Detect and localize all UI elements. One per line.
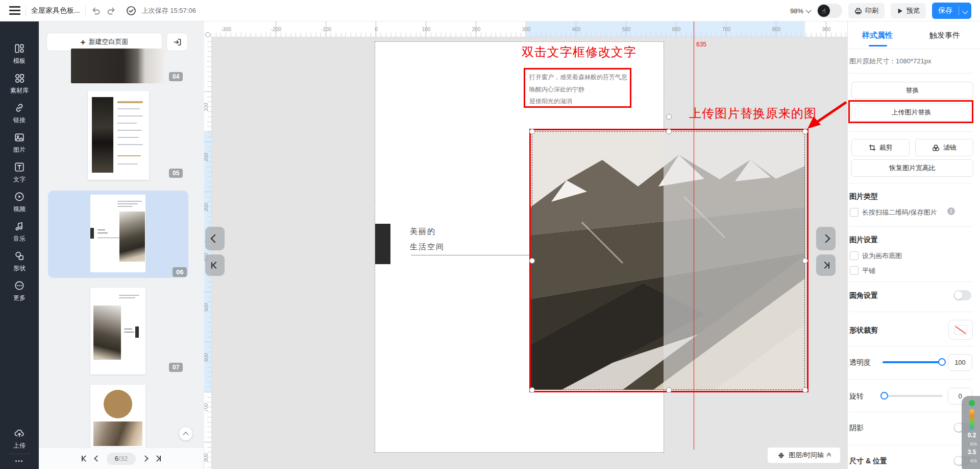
layers-timeline-button[interactable]: 图层/时间轴: [767, 447, 841, 463]
opacity-slider[interactable]: [883, 361, 943, 363]
resize-handle-sw[interactable]: [529, 387, 535, 393]
hand-tool-toggle[interactable]: ☝: [817, 4, 842, 18]
save-dropdown-caret[interactable]: [959, 6, 971, 15]
sidebar-item-video[interactable]: 视频: [0, 191, 39, 214]
page-thumbnail-07[interactable]: [90, 288, 145, 374]
sidebar-item-music[interactable]: 音乐: [0, 221, 39, 243]
shape-crop-none-button[interactable]: [948, 320, 973, 340]
redo-icon[interactable]: [106, 6, 116, 16]
tab-trigger-events[interactable]: 触发事件: [929, 31, 960, 40]
rotate-slider[interactable]: [883, 395, 943, 397]
resize-handle-se[interactable]: [802, 387, 808, 393]
guide-line-label: 635: [696, 41, 706, 48]
autosave-status: 上次保存 15:57:06: [142, 6, 196, 15]
thumb-line: [117, 144, 143, 145]
page-thumbnail-04[interactable]: [71, 49, 166, 83]
sidebar-item-images[interactable]: 图片: [0, 132, 39, 154]
preview-label: 预览: [906, 6, 920, 15]
rotate-slider-knob[interactable]: [880, 392, 888, 400]
page-black-bar[interactable]: [375, 224, 390, 264]
opacity-value[interactable]: 100: [948, 354, 972, 371]
last-page-button[interactable]: [155, 456, 161, 461]
sidebar-item-templates[interactable]: 模板: [0, 43, 39, 65]
textbox-line: 唤醒内心深处的宁静: [529, 85, 584, 94]
prev-slide-button[interactable]: [205, 227, 225, 250]
opacity-title: 透明度: [849, 358, 871, 367]
upload-cloud-icon: [14, 428, 25, 439]
filter-button[interactable]: 滤镜: [915, 139, 973, 156]
first-slide-button[interactable]: [205, 254, 225, 276]
thumb-line: [117, 137, 139, 138]
gradient-meter: [969, 409, 974, 430]
opacity-slider-knob[interactable]: [938, 358, 946, 366]
resize-handle-nw[interactable]: [529, 129, 535, 134]
thumb-line: [117, 163, 138, 165]
first-page-button[interactable]: [82, 456, 88, 461]
guide-line[interactable]: [694, 21, 694, 450]
network-monitor-overlay[interactable]: 0.2 ↑ K/s 3.5 ↓ K/s: [962, 396, 980, 469]
prev-page-button[interactable]: [95, 456, 100, 461]
last-slide-button[interactable]: [816, 254, 836, 276]
tab-style-props[interactable]: 样式属性: [862, 31, 893, 40]
thumb-circle: [104, 390, 132, 418]
preview-button[interactable]: 预览: [891, 3, 926, 18]
menu-icon[interactable]: [9, 6, 20, 15]
restore-aspect-button[interactable]: 恢复图片宽高比: [851, 159, 973, 177]
tile-checkbox[interactable]: [850, 266, 859, 275]
import-page-button[interactable]: [166, 33, 188, 51]
resize-handle-e[interactable]: [802, 258, 808, 264]
highlighted-textbox[interactable]: 打开窗户，感受着森林般的芬芳气息 唤醒内心深处的宁静 迎接阳光的滋润: [524, 68, 631, 108]
ruler-origin-icon[interactable]: [205, 32, 210, 37]
rotate-handle[interactable]: [666, 114, 672, 120]
layers-icon: [777, 452, 785, 459]
replace-button[interactable]: 替换: [851, 82, 973, 99]
scroll-top-button[interactable]: [179, 427, 192, 440]
tile-label: 平铺: [862, 266, 875, 275]
canvas-area[interactable]: -300 -200 -100 0 100 200 300 400 500 600…: [204, 21, 847, 469]
sidebar-item-links[interactable]: 链接: [0, 102, 39, 125]
resize-handle-n[interactable]: [666, 129, 672, 134]
sidebar-item-label: 链接: [13, 116, 26, 125]
undo-icon[interactable]: [91, 6, 101, 16]
page-thumbnail-06-selected[interactable]: 06: [48, 191, 188, 278]
print-button[interactable]: 印刷: [848, 3, 885, 18]
upload-replace-label: 上传图片替换: [892, 108, 932, 117]
next-slide-button[interactable]: [816, 227, 836, 250]
thumb-line: [124, 329, 132, 330]
resize-handle-s[interactable]: [666, 387, 672, 393]
next-page-button[interactable]: [143, 456, 148, 461]
sidebar-item-shapes[interactable]: 形状: [0, 250, 39, 273]
sidebar-overflow-dots[interactable]: •••: [0, 458, 39, 464]
page-heading-text[interactable]: 美丽的 生活空间: [410, 224, 445, 254]
printer-icon: [854, 7, 862, 15]
more-icon: [14, 280, 25, 291]
save-split-button[interactable]: 保存: [932, 3, 971, 19]
tab-active-underline: [869, 45, 887, 46]
download-unit: ↓ K/s: [967, 458, 977, 463]
text-icon: [14, 161, 25, 173]
document-title[interactable]: 全屋家具色板...: [31, 6, 80, 15]
upload-replace-button[interactable]: 上传图片替换: [851, 103, 971, 121]
thumb-line: [117, 203, 138, 204]
sidebar-item-label: 形状: [13, 264, 26, 273]
thumb-line: [117, 101, 143, 103]
page-thumbnail-08[interactable]: [90, 385, 145, 448]
thumb-page: [90, 195, 145, 272]
total-pages: /32: [118, 455, 128, 462]
sidebar-item-text[interactable]: 文字: [0, 161, 39, 184]
sidebar-item-more[interactable]: 更多: [0, 280, 39, 302]
page-thumbnail-05[interactable]: [88, 91, 149, 180]
shadow-title: 阴影: [849, 424, 864, 433]
textbox-line: 打开窗户，感受着森林般的芬芳气息: [529, 73, 627, 82]
sidebar-item-upload[interactable]: 上传: [0, 428, 39, 450]
thumb-photo: [92, 97, 113, 173]
sidebar-item-assets[interactable]: 素材库: [0, 73, 39, 95]
canvas-bg-label: 设为画布底图: [862, 251, 902, 261]
qr-checkbox[interactable]: [850, 208, 859, 217]
resize-handle-w[interactable]: [529, 258, 535, 264]
rounded-corner-toggle[interactable]: [953, 290, 971, 300]
canvas-bg-checkbox[interactable]: [850, 251, 859, 260]
zoom-level-dropdown[interactable]: 98%: [790, 7, 811, 15]
crop-button[interactable]: 裁剪: [851, 139, 910, 156]
info-icon[interactable]: i: [947, 207, 955, 215]
